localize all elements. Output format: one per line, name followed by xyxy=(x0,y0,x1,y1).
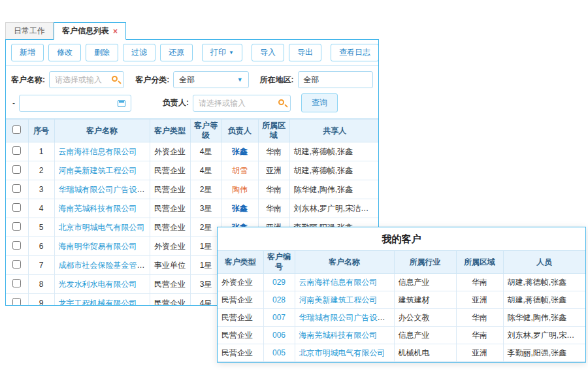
date-input[interactable] xyxy=(20,95,131,111)
edit-button[interactable]: 修改 xyxy=(48,44,81,61)
filter-row-1: 客户名称: 客户分类: 全部 ▼ 所在地区: 全部 xyxy=(11,71,373,88)
col-header-level: 客户等级 xyxy=(190,120,221,142)
customer-name-field[interactable] xyxy=(49,71,124,88)
customer-name-cell: 云南海祥信息有限公司 xyxy=(295,274,394,291)
customer-name-link[interactable]: 华瑞城有限公司广告设计部 xyxy=(299,313,393,322)
region-cell: 华南 xyxy=(258,142,289,161)
region-cell: 华南 xyxy=(258,199,289,218)
row-checkbox-cell xyxy=(6,237,28,256)
row-number: 9 xyxy=(28,294,54,306)
row-checkbox-cell xyxy=(6,256,28,275)
customer-name-link[interactable]: 河南美新建筑工程公司 xyxy=(299,295,378,304)
owner-field[interactable] xyxy=(193,95,291,112)
category-select[interactable]: 全部 ▼ xyxy=(173,71,248,88)
owner-link[interactable]: 张鑫 xyxy=(232,147,248,156)
customer-name-label: 客户名称: xyxy=(11,74,45,86)
customer-type-cell: 外资企业 xyxy=(218,274,263,291)
region-cell: 华南 xyxy=(456,309,503,327)
customer-name-link[interactable]: 云南海祥信息有限公司 xyxy=(59,147,137,156)
print-button[interactable]: 打印 ▼ xyxy=(202,44,242,61)
view-log-button[interactable]: 查看日志 xyxy=(331,44,379,61)
industry-cell: 办公文教 xyxy=(394,309,456,327)
import-button[interactable]: 导入 xyxy=(252,44,284,61)
row-checkbox[interactable] xyxy=(12,241,21,250)
row-checkbox[interactable] xyxy=(12,222,21,231)
region-select[interactable]: 全部 xyxy=(298,71,373,88)
customer-name-link[interactable]: 成都市社会保险基金管理... xyxy=(59,261,150,270)
customer-name-cell: 河南美新建筑工程公司 xyxy=(54,161,150,180)
customer-name-link[interactable]: 海南芜城科技有限公司 xyxy=(59,204,137,213)
table-row: 3 华瑞城有限公司广告设计部 民营企业 2星 陶伟 华南 陈华健,陶伟,张鑫 xyxy=(6,180,379,199)
row-checkbox-cell xyxy=(6,180,28,199)
row-checkbox-cell xyxy=(6,161,28,180)
date-field[interactable] xyxy=(19,95,131,112)
date-range-dash: - xyxy=(12,99,15,108)
customer-name-link[interactable]: 河南美新建筑工程公司 xyxy=(59,166,137,175)
tab-daily-work-label: 日常工作 xyxy=(14,25,45,37)
add-button[interactable]: 新增 xyxy=(11,44,44,61)
table-header-row: 客户类型 客户编号 客户名称 所属行业 所属区域 人员 xyxy=(218,251,585,274)
row-checkbox[interactable] xyxy=(12,184,21,193)
row-checkbox[interactable] xyxy=(12,203,21,212)
customer-number-link[interactable]: 028 xyxy=(272,295,286,304)
export-button[interactable]: 导出 xyxy=(289,44,321,61)
filter-button[interactable]: 过滤 xyxy=(123,44,155,61)
select-all-checkbox[interactable] xyxy=(12,125,21,134)
customer-name-link[interactable]: 北京市明城电气有限公司 xyxy=(59,223,145,232)
customer-name-cell: 海南芜城科技有限公司 xyxy=(54,199,150,218)
owner-input[interactable] xyxy=(193,95,290,111)
region-cell: 亚洲 xyxy=(456,344,503,362)
owner-link[interactable]: 张鑫 xyxy=(232,204,248,213)
row-checkbox[interactable] xyxy=(12,279,21,287)
customer-name-link[interactable]: 北京市明城电气有限公司 xyxy=(299,348,385,357)
customer-name-cell: 北京市明城电气有限公司 xyxy=(295,344,394,362)
customer-name-link[interactable]: 海南芜城科技有限公司 xyxy=(299,331,378,340)
row-checkbox[interactable] xyxy=(12,146,21,155)
customer-name-link[interactable]: 海南明华贸易有限公司 xyxy=(59,242,137,251)
col-header-owner: 负责人 xyxy=(221,120,258,142)
customer-name-link[interactable]: 云南海祥信息有限公司 xyxy=(299,278,378,287)
customer-number-link[interactable]: 007 xyxy=(272,313,286,322)
my-customers-window: 我的客户 客户类型 客户编号 客户名称 所属行业 所属区域 人员 外资企业 xyxy=(217,227,586,363)
customer-type-cell: 民营企业 xyxy=(150,218,190,237)
chevron-down-icon[interactable]: ▼ xyxy=(237,76,243,83)
table-row: 1 云南海祥信息有限公司 外资企业 4星 张鑫 华南 胡建,蒋德帧,张鑫 xyxy=(6,142,379,161)
people-cell: 胡建,蒋德帧,张鑫 xyxy=(503,274,585,291)
customer-name-cell: 华瑞城有限公司广告设计部 xyxy=(295,309,394,327)
row-checkbox[interactable] xyxy=(12,165,21,174)
region-cell: 亚洲 xyxy=(258,161,289,180)
restore-button[interactable]: 还原 xyxy=(160,44,193,61)
row-checkbox-cell xyxy=(6,218,28,237)
customer-level-cell: 4星 xyxy=(190,142,221,161)
customer-name-link[interactable]: 光发水利水电有限公司 xyxy=(59,280,137,289)
delete-button[interactable]: 删除 xyxy=(86,44,118,61)
row-checkbox[interactable] xyxy=(12,298,21,306)
customer-type-cell: 民营企业 xyxy=(150,161,190,180)
customer-number-link[interactable]: 029 xyxy=(272,278,286,287)
filter-area: 客户名称: 客户分类: 全部 ▼ 所在地区: 全部 xyxy=(6,66,378,119)
customer-number-link[interactable]: 005 xyxy=(272,348,286,357)
customer-level-cell: 2星 xyxy=(190,180,221,199)
table-row: 外资企业 029 云南海祥信息有限公司 信息产业 华南 胡建,蒋德帧,张鑫 xyxy=(218,274,585,291)
col-header-type: 客户类型 xyxy=(218,251,263,274)
tab-daily-work[interactable]: 日常工作 xyxy=(5,22,54,39)
owner-link[interactable]: 陶伟 xyxy=(232,185,248,194)
row-number: 7 xyxy=(28,256,54,275)
calendar-icon[interactable] xyxy=(118,100,125,107)
shared-people-cell: 胡建,蒋德帧,张鑫 xyxy=(289,142,379,161)
search-icon[interactable] xyxy=(278,99,284,105)
row-checkbox[interactable] xyxy=(12,260,21,269)
col-header-no: 序号 xyxy=(28,120,54,142)
customer-number-cell: 028 xyxy=(263,291,295,309)
customer-name-link[interactable]: 龙宇工程机械有限公司 xyxy=(59,299,137,306)
close-icon[interactable]: × xyxy=(113,27,118,35)
tab-customer-list[interactable]: 客户信息列表 × xyxy=(54,22,126,40)
customer-number-link[interactable]: 006 xyxy=(272,331,286,340)
customer-name-link[interactable]: 华瑞城有限公司广告设计部 xyxy=(59,185,150,194)
row-number: 6 xyxy=(28,237,54,256)
query-button[interactable]: 查询 xyxy=(301,93,338,112)
owner-link[interactable]: 胡雪 xyxy=(232,166,248,175)
people-cell: 陈华健,陶伟,张鑫 xyxy=(503,309,585,327)
category-value: 全部 xyxy=(174,74,210,86)
row-checkbox-cell xyxy=(6,275,28,294)
